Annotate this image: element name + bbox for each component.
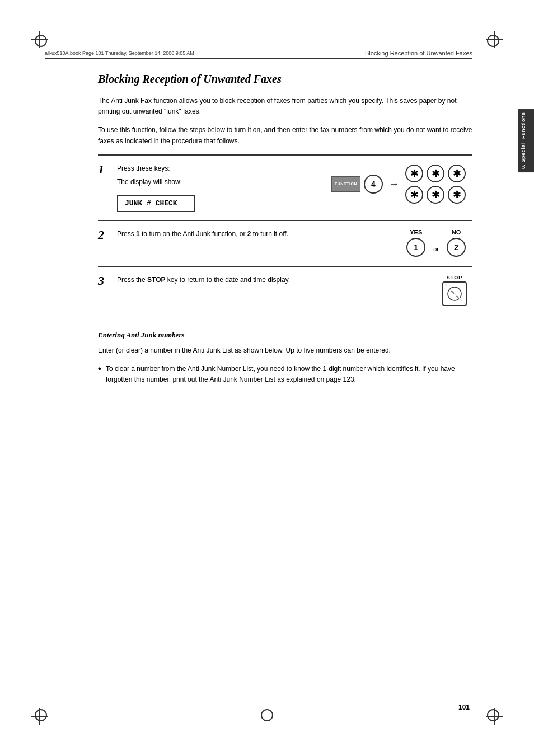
stop-label: STOP — [447, 275, 462, 280]
section-para: Enter (or clear) a number in the Anti Ju… — [98, 345, 472, 356]
step-1-visual: FUNCTION 4 → ✱ ✱ ✱ — [331, 163, 472, 205]
step-2-content: Press 1 to turn on the Anti Junk functio… — [117, 229, 400, 239]
step-3-number: 3 — [98, 275, 111, 287]
header-title: Blocking Reception of Unwanted Faxes — [365, 50, 472, 57]
step-1-line2: The display will show: — [117, 177, 326, 187]
no-label: NO — [452, 229, 461, 236]
intro-paragraph-2: To use this function, follow the steps b… — [98, 125, 472, 146]
key-1: 1 — [406, 238, 425, 257]
step-3-content: Press the STOP key to return to the date… — [117, 275, 437, 285]
star-key-5: ✱ — [427, 186, 444, 204]
key-4: 4 — [364, 175, 383, 194]
step-2: 2 Press 1 to turn on the Anti Junk funct… — [98, 221, 472, 267]
step-2-number: 2 — [98, 229, 111, 241]
steps-container: 1 Press these keys: The display will sho… — [98, 154, 472, 314]
step-3-text: Press the STOP key to return to the date… — [117, 275, 437, 285]
step-1-line1: Press these keys: — [117, 163, 326, 173]
section-heading: Entering Anti Junk numbers — [98, 331, 472, 340]
yes-no-area: YES 1 or NO 2 — [405, 229, 467, 258]
step-2-text: Press 1 to turn on the Anti Junk functio… — [117, 229, 400, 239]
step-3: 3 Press the STOP key to return to the da… — [98, 267, 472, 314]
svg-line-0 — [443, 283, 466, 305]
side-tab: 8. Special Functions — [518, 109, 534, 172]
page-number: 101 — [458, 703, 470, 711]
main-content: Blocking Reception of Unwanted Faxes The… — [98, 73, 472, 385]
arrow-icon: → — [388, 177, 400, 190]
step-1: 1 Press these keys: The display will sho… — [98, 156, 472, 222]
step-2-visual: YES 1 or NO 2 — [405, 229, 472, 258]
stop-key — [442, 281, 467, 306]
star-key-1: ✱ — [405, 165, 423, 182]
bullet-item-1: To clear a number from the Anti Junk Num… — [98, 364, 472, 384]
step-3-visual: STOP — [442, 275, 472, 306]
stop-area: STOP — [442, 275, 467, 306]
page-heading: Blocking Reception of Unwanted Faxes — [98, 73, 472, 86]
function-key: FUNCTION — [331, 176, 360, 192]
stars-group: ✱ ✱ ✱ ✱ ✱ ✱ — [404, 163, 467, 205]
star-key-3: ✱ — [448, 165, 466, 182]
yes-item: YES 1 — [405, 229, 427, 258]
star-key-6: ✱ — [448, 186, 466, 204]
display-box: JUNK # CHECK — [117, 195, 195, 213]
key-2: 2 — [447, 238, 466, 257]
no-item: NO 2 — [446, 229, 467, 258]
page-header: all-ux510A.book Page 101 Thursday, Septe… — [45, 50, 472, 59]
or-text: or — [433, 246, 439, 252]
star-key-2: ✱ — [427, 165, 444, 182]
yes-label: YES — [410, 229, 422, 236]
intro-paragraph-1: The Anti Junk Fax function allows you to… — [98, 96, 472, 117]
star-key-4: ✱ — [405, 186, 423, 204]
step-1-number: 1 — [98, 163, 111, 176]
file-info: all-ux510A.book Page 101 Thursday, Septe… — [45, 50, 194, 56]
step-1-content: Press these keys: The display will show:… — [117, 163, 326, 213]
